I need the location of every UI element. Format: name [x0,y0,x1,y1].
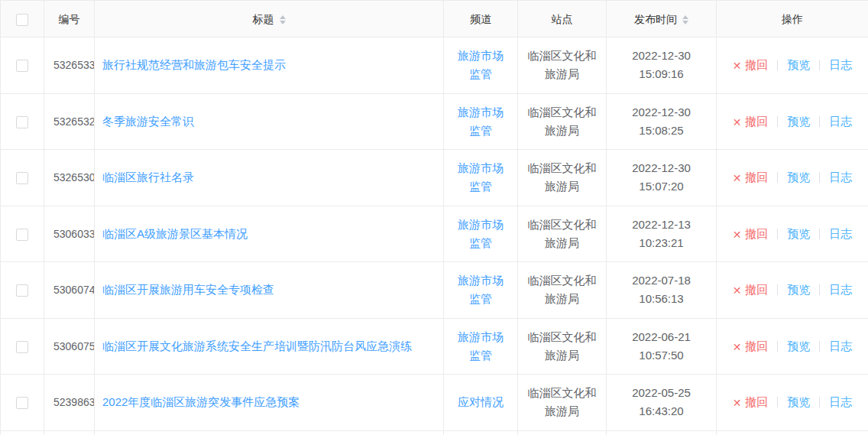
column-header-channel-label: 频道 [470,13,491,25]
row-checkbox-cell [1,93,44,150]
row-title-link[interactable]: 临淄区旅行社名录 [102,170,194,183]
preview-button[interactable]: 预览 [787,58,810,71]
column-header-actions: 操作 [717,1,868,37]
log-button[interactable]: 日志 [829,115,852,128]
row-title-link[interactable]: 临淄区开展旅游用车安全专项检查 [102,283,274,296]
row-channel-link[interactable]: 旅游市场监管 [458,274,504,305]
log-button[interactable]: 日志 [829,395,852,408]
withdraw-label: 撤回 [745,115,768,128]
log-button[interactable]: 日志 [829,227,852,240]
action-separator [777,284,778,295]
row-id: 5306033 [53,228,95,240]
action-separator [777,229,778,239]
action-separator [777,397,778,407]
withdraw-button[interactable]: ✕撤回 [733,395,769,408]
close-icon: ✕ [733,112,742,131]
row-id: 5326532 [53,115,95,128]
column-header-site-label: 站点 [552,13,573,25]
preview-button[interactable]: 预览 [787,283,810,296]
action-separator [819,397,820,407]
action-separator [777,172,778,183]
row-checkbox[interactable] [16,60,28,72]
withdraw-button[interactable]: ✕撤回 [733,283,769,296]
action-separator [777,116,778,127]
row-publish-time: 2022-12-13 10:23:21 [632,218,691,249]
withdraw-label: 撤回 [745,170,768,183]
row-checkbox-cell [1,150,44,206]
withdraw-label: 撤回 [745,339,768,352]
row-id: 5306074 [53,284,95,296]
row-checkbox[interactable] [16,341,28,353]
withdraw-button[interactable]: ✕撤回 [733,170,769,183]
log-button[interactable]: 日志 [829,283,852,296]
row-site: 临淄区文化和旅游局 [528,386,597,417]
select-all-checkbox[interactable] [16,14,28,26]
withdraw-label: 撤回 [745,283,768,296]
column-header-publish-time[interactable]: 发布时间 [607,1,717,37]
column-header-id-label: 编号 [59,13,80,25]
action-separator [819,229,820,239]
close-icon: ✕ [733,169,742,187]
close-icon: ✕ [733,337,742,355]
withdraw-button[interactable]: ✕撤回 [733,115,769,128]
log-button[interactable]: 日志 [829,339,852,352]
log-button[interactable]: 日志 [829,170,852,183]
row-channel-link[interactable]: 旅游市场监管 [458,330,504,362]
log-button[interactable]: 日志 [829,58,852,71]
row-checkbox[interactable] [16,229,28,241]
row-site: 临淄区文化和旅游局 [528,218,597,249]
column-header-title[interactable]: 标题 [95,1,444,37]
sort-icon[interactable] [280,15,286,24]
withdraw-button[interactable]: ✕撤回 [733,58,769,71]
row-title-link[interactable]: 2022年度临淄区旅游突发事件应急预案 [102,395,300,408]
row-id: 5239863 [53,396,95,408]
table-row-partial [1,430,868,435]
row-channel-link[interactable]: 旅游市场监管 [458,161,504,193]
row-channel-link[interactable]: 旅游市场监管 [458,49,504,80]
row-channel-link[interactable]: 应对情况 [458,395,504,408]
row-title-link[interactable]: 旅行社规范经营和旅游包车安全提示 [102,58,286,71]
withdraw-button[interactable]: ✕撤回 [733,339,769,352]
row-checkbox-cell [1,37,44,94]
preview-button[interactable]: 预览 [787,227,810,240]
withdraw-label: 撤回 [745,227,768,240]
row-id: 5306075 [53,340,95,352]
select-all-cell [1,1,44,37]
preview-button[interactable]: 预览 [787,395,810,408]
row-title-link[interactable]: 临淄区开展文化旅游系统安全生产培训暨防汛防台风应急演练 [102,339,412,352]
table-row: 5306033 临淄区A级旅游景区基本情况 旅游市场监管 临淄区文化和旅游局 2… [1,206,868,262]
table-row: 5306075 临淄区开展文化旅游系统安全生产培训暨防汛防台风应急演练 旅游市场… [1,318,868,375]
table-row: 5326530 临淄区旅行社名录 旅游市场监管 临淄区文化和旅游局 2022-1… [1,150,868,206]
action-separator [819,341,820,352]
row-checkbox-cell [1,206,44,262]
preview-button[interactable]: 预览 [787,339,810,352]
preview-button[interactable]: 预览 [787,170,810,183]
withdraw-label: 撤回 [745,395,768,408]
close-icon: ✕ [733,394,742,412]
row-site: 临淄区文化和旅游局 [528,106,597,137]
row-publish-time: 2022-07-18 10:56:13 [632,274,691,305]
preview-button[interactable]: 预览 [787,115,810,128]
action-separator [819,172,820,183]
withdraw-button[interactable]: ✕撤回 [733,227,769,240]
row-publish-time: 2022-12-30 15:09:16 [632,49,691,80]
action-separator [819,284,820,295]
row-checkbox[interactable] [16,284,28,297]
action-separator [777,341,778,352]
row-site: 临淄区文化和旅游局 [528,274,597,305]
row-channel-link[interactable]: 旅游市场监管 [458,106,504,137]
row-title-link[interactable]: 临淄区A级旅游景区基本情况 [102,227,248,240]
row-channel-link[interactable]: 旅游市场监管 [458,218,504,249]
row-checkbox-cell [1,375,44,431]
close-icon: ✕ [733,57,742,75]
row-site: 临淄区文化和旅游局 [528,330,597,362]
row-site: 临淄区文化和旅游局 [528,49,597,80]
close-icon: ✕ [733,225,742,243]
row-checkbox[interactable] [16,397,28,409]
table-row: 5326532 冬季旅游安全常识 旅游市场监管 临淄区文化和旅游局 2022-1… [1,93,868,150]
row-title-link[interactable]: 冬季旅游安全常识 [102,115,194,128]
row-checkbox[interactable] [16,116,28,128]
column-header-actions-label: 操作 [782,13,803,25]
row-checkbox[interactable] [16,172,28,184]
sort-icon[interactable] [682,15,688,24]
